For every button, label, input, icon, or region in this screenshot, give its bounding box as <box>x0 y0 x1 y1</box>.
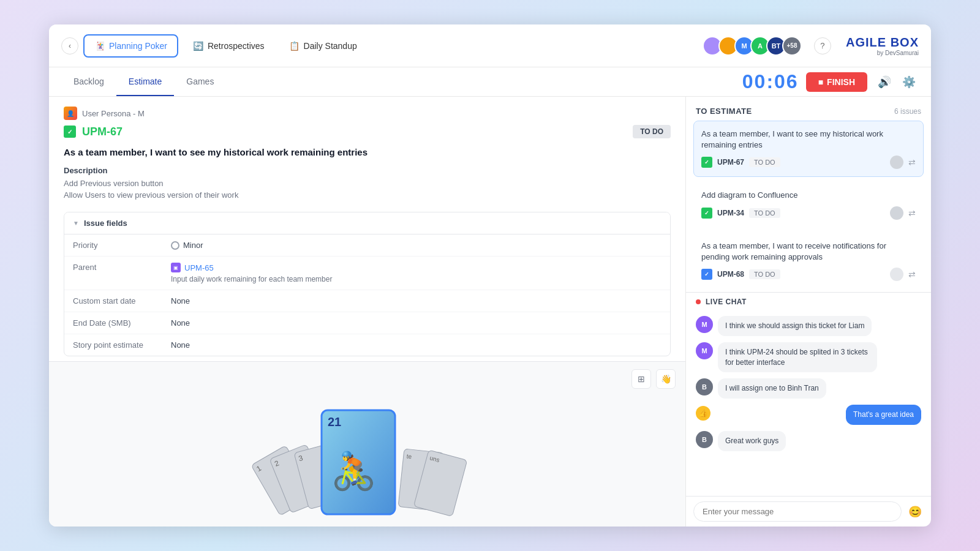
planning-poker-icon: 🃏 <box>94 40 105 51</box>
estimate-item-row-1: ✓ UPM-67 TO DO ⇄ <box>701 156 916 169</box>
issue-header: 👤 User Persona - M ✓ UPM-67 TO DO <box>49 97 685 146</box>
issue-fields: ▼ Issue fields Priority Minor Parent ▣ <box>64 212 671 356</box>
chat-avatar-5: B <box>696 431 713 448</box>
item-id-2: UPM-34 <box>717 209 744 217</box>
item-id-3: UPM-68 <box>717 270 744 279</box>
cards-toolbar: ⊞ 👋 <box>631 369 676 389</box>
estimate-title: TO ESTIMATE <box>696 107 752 116</box>
item-avatar-2 <box>890 206 903 220</box>
item-avatar-3 <box>890 268 903 281</box>
description-section: Description Add Previous version button … <box>49 166 685 202</box>
nav-planning-poker[interactable]: 🃏 Planning Poker <box>83 34 178 58</box>
tab-games[interactable]: Games <box>174 68 226 96</box>
finish-icon: ■ <box>818 77 823 87</box>
estimate-item-title-3: As a team member, I want to receive noti… <box>701 241 916 263</box>
fields-header[interactable]: ▼ Issue fields <box>64 212 670 234</box>
estimate-list: As a team member, I want to see my histo… <box>686 121 931 292</box>
chat-avatar-1: M <box>696 316 713 333</box>
svg-text:te: te <box>406 452 412 460</box>
daily-standup-icon: 📋 <box>289 40 300 51</box>
estimate-item-upm68[interactable]: As a team member, I want to receive noti… <box>693 233 924 289</box>
priority-dot <box>171 241 179 250</box>
brand-subtitle: by DevSamurai <box>846 50 919 56</box>
field-end-date: End Date (SMB) None <box>64 312 670 334</box>
issues-count: 6 issues <box>894 107 921 116</box>
chat-message-5: B Great work guys <box>696 431 921 451</box>
left-panel: 👤 User Persona - M ✓ UPM-67 TO DO As a t… <box>49 97 686 527</box>
timer-area: 00:06 ■ FINISH 🔊 <box>742 70 894 93</box>
chat-bubble-5: Great work guys <box>718 431 786 451</box>
item-avatar-1 <box>890 156 903 169</box>
chat-message-2: M I think UPM-24 should be splited in 3 … <box>696 342 921 373</box>
chat-message-1: M I think we should assign this ticket f… <box>696 316 921 336</box>
field-parent: Parent ▣ UPM-65 Input daily work remaini… <box>64 257 670 290</box>
estimate-item-upm34[interactable]: Add diagram to Confluence ✓ UPM-34 TO DO… <box>693 182 924 227</box>
estimate-item-upm67[interactable]: As a team member, I want to see my histo… <box>693 121 924 177</box>
chat-bubble-3: I will assign one to Binh Tran <box>718 378 826 399</box>
tab-estimate[interactable]: Estimate <box>116 68 174 96</box>
item-id-1: UPM-67 <box>717 158 744 167</box>
estimate-item-row-3: ✓ UPM-68 TO DO ⇄ <box>701 268 916 281</box>
field-custom-start-date: Custom start date None <box>64 290 670 312</box>
nav-retrospectives[interactable]: 🔄 Retrospectives <box>183 36 274 56</box>
content-area: 👤 User Persona - M ✓ UPM-67 TO DO As a t… <box>49 97 931 527</box>
right-panel: TO ESTIMATE 6 issues As a team member, I… <box>686 97 931 527</box>
brand: AGILE BOX by DevSamurai <box>846 36 919 56</box>
desc-item-1: Add Previous version button <box>64 179 671 188</box>
issue-id[interactable]: UPM-67 <box>82 126 123 138</box>
cards-area: ⊞ 👋 1 2 <box>49 361 685 527</box>
live-label: LIVE CHAT <box>706 298 747 306</box>
finish-button[interactable]: ■ FINISH <box>806 72 867 92</box>
issue-title: As a team member, I want to see my histo… <box>49 146 685 159</box>
retrospectives-icon: 🔄 <box>193 40 204 51</box>
tab-bar: Backlog Estimate Games 00:06 ■ FINISH 🔊 … <box>49 67 931 97</box>
emoji-button[interactable]: 😊 <box>907 503 924 520</box>
item-todo-3: TO DO <box>749 269 780 279</box>
item-action-2[interactable]: ⇄ <box>908 208 916 218</box>
timer-display: 00:06 <box>742 70 799 93</box>
nav-back-arrow[interactable]: ‹ <box>61 37 78 54</box>
top-nav: ‹ 🃏 Planning Poker 🔄 Retrospectives 📋 Da… <box>49 24 931 67</box>
chat-bubble-4: That's a great idea <box>846 405 921 425</box>
chat-bubble-2: I think UPM-24 should be splited in 3 ti… <box>718 342 877 373</box>
item-action-1[interactable]: ⇄ <box>908 157 916 167</box>
sound-button[interactable]: 🔊 <box>875 72 894 92</box>
featured-card: 21 🚴 <box>322 410 395 514</box>
grid-view-button[interactable]: ⊞ <box>631 369 651 389</box>
user-persona: 👤 User Persona - M <box>64 107 671 120</box>
help-button[interactable]: ? <box>814 37 831 54</box>
tab-backlog[interactable]: Backlog <box>61 68 116 96</box>
svg-text:21: 21 <box>328 415 341 429</box>
chat-message-3: B I will assign one to Binh Tran <box>696 378 921 399</box>
estimate-item-title-1: As a team member, I want to see my histo… <box>701 129 916 151</box>
parent-value: ▣ UPM-65 Input daily work remaining for … <box>171 263 662 283</box>
issue-title-row: ✓ UPM-67 TO DO <box>64 125 671 138</box>
chat-input[interactable] <box>693 501 902 522</box>
card-action-button[interactable]: 👋 <box>656 369 676 389</box>
description-heading: Description <box>64 166 671 175</box>
desc-item-2: Allow Users to view previous version of … <box>64 190 671 200</box>
field-story-points: Story point estimate None <box>64 334 670 356</box>
chevron-icon: ▼ <box>73 220 79 227</box>
chat-divider: LIVE CHAT <box>686 292 931 311</box>
emoji-reaction: 👍 <box>696 406 710 421</box>
todo-status-badge: TO DO <box>633 125 671 138</box>
field-priority: Priority Minor <box>64 234 670 257</box>
priority-value: Minor <box>171 241 662 250</box>
chat-avatar-3: B <box>696 378 713 395</box>
main-container: ‹ 🃏 Planning Poker 🔄 Retrospectives 📋 Da… <box>49 24 931 527</box>
issue-badge: ✓ <box>64 126 76 138</box>
nav-daily-standup[interactable]: 📋 Daily Standup <box>279 36 367 56</box>
settings-button[interactable]: ⚙️ <box>899 72 919 92</box>
item-todo-2: TO DO <box>749 208 780 218</box>
item-badge-2: ✓ <box>701 208 712 219</box>
chat-input-area: 😊 <box>686 496 931 527</box>
cards-svg: 1 2 3 5 <box>214 392 521 527</box>
item-todo-1: TO DO <box>749 157 780 167</box>
chat-avatar-2: M <box>696 342 713 359</box>
estimate-header: TO ESTIMATE 6 issues <box>686 97 931 121</box>
item-action-3[interactable]: ⇄ <box>908 269 916 279</box>
brand-name: AGILE BOX <box>846 36 919 50</box>
persona-icon: 👤 <box>64 107 77 120</box>
user-avatars: M A BT +58 <box>706 36 802 56</box>
